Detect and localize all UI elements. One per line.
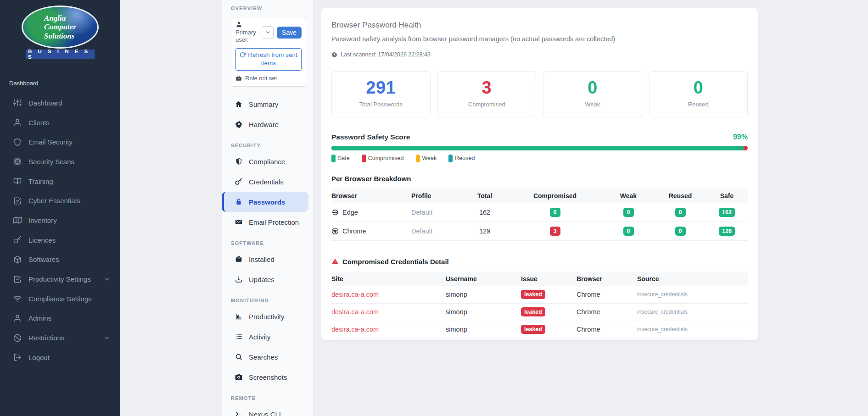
subnav-item-installed[interactable]: Installed xyxy=(222,249,313,269)
sidebar-item-admins[interactable]: Admins xyxy=(0,309,120,328)
sidebar-item-label: Admins xyxy=(28,314,51,322)
user-icon xyxy=(13,314,22,322)
safety-score-header: Password Safety Score 99% xyxy=(331,133,748,141)
browser-password-health-card: Browser Password Health Password safety … xyxy=(321,8,758,340)
subnav-item-nexus-cli[interactable]: Nexus CLI xyxy=(222,404,313,416)
map-icon xyxy=(13,216,22,224)
username-cell: simonp xyxy=(446,305,521,320)
column-header-username: Username xyxy=(446,272,521,286)
column-header-weak: Weak xyxy=(602,189,655,203)
subnav-item-compliance[interactable]: Compliance xyxy=(222,151,313,172)
subnav-item-label: Passwords xyxy=(249,198,285,206)
primary-user-widget: Primary user: Save Refresh from sent ite… xyxy=(231,17,306,87)
browser-name: Chrome xyxy=(342,227,366,235)
subnav-item-label: Installed xyxy=(249,255,274,263)
reused-cell: 0 xyxy=(655,203,706,222)
source-cell: insecure_credentials xyxy=(637,305,748,319)
subnav-item-updates[interactable]: Updates xyxy=(222,269,313,289)
book-icon xyxy=(13,177,22,185)
sidebar-item-training[interactable]: Training xyxy=(0,172,120,191)
lock-icon xyxy=(235,198,242,205)
sidebar-item-productivity-settings[interactable]: Productivity Settings xyxy=(0,269,120,289)
chrome-icon xyxy=(331,227,339,235)
stat-value: 3 xyxy=(438,78,536,98)
password-safety-score-section: Password Safety Score 99% SafeCompromise… xyxy=(331,133,748,162)
sidebar-item-label: Logout xyxy=(28,354,50,361)
subnav-item-label: Hardware xyxy=(249,121,279,128)
sidebar-item-logout[interactable]: Logout xyxy=(0,348,120,367)
sidebar-item-label: Cyber Essentials xyxy=(28,197,80,205)
site-link[interactable]: desira.ca-a.com xyxy=(331,326,379,333)
sidebar-item-cyber-essentials[interactable]: Cyber Essentials xyxy=(0,191,120,211)
primary-user-select[interactable] xyxy=(262,26,274,39)
sidebar-item-restrictions[interactable]: Restrictions xyxy=(0,328,120,348)
role-status: Role not set xyxy=(235,75,302,82)
subnav-item-email-protection[interactable]: Email Protection xyxy=(222,212,313,232)
stat-value: 291 xyxy=(332,78,430,98)
sidebar-item-compliance-settings[interactable]: Compliance Settings xyxy=(0,289,120,309)
chevron-down-icon xyxy=(265,29,271,35)
subnav-item-hardware[interactable]: Hardware xyxy=(222,114,313,134)
subnav-item-productivity[interactable]: Productivity xyxy=(222,306,313,327)
refresh-from-sent-items-button[interactable]: Refresh from sent items xyxy=(235,48,302,71)
save-button[interactable]: Save xyxy=(277,27,302,39)
column-header-total: Total xyxy=(462,189,508,203)
browser-cell: Edge xyxy=(331,204,411,221)
subnav-item-activity[interactable]: Activity xyxy=(222,327,313,347)
subnav-item-label: Compliance xyxy=(249,158,285,166)
subnav-group-heading: SOFTWARE xyxy=(231,240,313,246)
safe-cell: 162 xyxy=(706,203,748,222)
sidebar-section-label: Dashboard xyxy=(9,80,120,87)
subnav-item-summary[interactable]: Summary xyxy=(222,94,313,114)
last-scanned-label: Last scanned: 17/04/2026 22:28:43 xyxy=(341,51,431,58)
site-cell: desira.ca-a.com xyxy=(331,305,446,320)
column-header-profile: Profile xyxy=(411,189,462,203)
stats-row: 291Total Passwords3Compromised0Weak0Reus… xyxy=(331,71,748,117)
issue-cell: leaked xyxy=(521,321,577,338)
sidebar-item-label: Email Security xyxy=(28,138,73,146)
role-status-label: Role not set xyxy=(245,75,277,82)
overview-section-label: OVERVIEW xyxy=(231,6,313,11)
source-cell: insecure_credentials xyxy=(637,288,748,302)
sidebar-item-security-scans[interactable]: Security Scans xyxy=(0,152,120,172)
sidebar-item-softwares[interactable]: Softwares xyxy=(0,250,120,270)
safety-score-progress-fill xyxy=(331,146,744,150)
site-link[interactable]: desira.ca-a.com xyxy=(331,291,379,298)
column-header-safe: Safe xyxy=(706,189,748,203)
sidebar-item-clients[interactable]: Clients xyxy=(0,113,120,133)
sidebar-item-label: Clients xyxy=(28,119,50,127)
subnav-item-screenshots[interactable]: Screenshots xyxy=(222,367,313,387)
site-link[interactable]: desira.ca-a.com xyxy=(331,308,379,316)
subnav-group-heading: SECURITY xyxy=(231,143,313,148)
subnav-item-passwords[interactable]: Passwords xyxy=(222,192,308,212)
terminal-icon xyxy=(235,410,242,416)
subnav-item-label: Email Protection xyxy=(249,218,299,226)
compromised-credentials-heading: Compromised Credentials Detail xyxy=(342,258,449,266)
username-cell: simonp xyxy=(446,322,521,337)
count-badge: 0 xyxy=(675,227,686,236)
bar-chart-icon xyxy=(235,313,242,320)
browser-cell: Chrome xyxy=(331,223,411,239)
logout-icon xyxy=(13,353,22,361)
weak-cell: 0 xyxy=(602,203,655,222)
column-header-compromised: Compromised xyxy=(508,189,602,203)
source-cell: insecure_credentials xyxy=(637,322,748,337)
subnav-item-label: Searches xyxy=(249,353,278,361)
legend-label: Weak xyxy=(422,155,437,161)
stat-label: Reused xyxy=(650,101,748,108)
sidebar-item-email-security[interactable]: Email Security xyxy=(0,132,120,152)
column-header-issue: Issue xyxy=(521,272,577,286)
safety-score-label: Password Safety Score xyxy=(331,133,410,141)
cpu-icon xyxy=(235,121,242,128)
subnav-item-searches[interactable]: Searches xyxy=(222,347,313,367)
sidebar-item-dashboard[interactable]: Dashboard xyxy=(0,93,120,113)
shield-half-icon xyxy=(235,158,242,165)
sliders-icon xyxy=(13,99,22,107)
subnav-item-credentials[interactable]: Credentials xyxy=(222,172,313,192)
legend-item-compromised: Compromised xyxy=(362,155,404,162)
secondary-sidebar-menu: SummaryHardwareSECURITYComplianceCredent… xyxy=(222,94,313,416)
sidebar-item-licences[interactable]: Licences xyxy=(0,230,120,250)
count-badge: 0 xyxy=(550,208,560,217)
sidebar-item-inventory[interactable]: Inventory xyxy=(0,211,120,230)
legend-item-reused: Reused xyxy=(448,155,475,162)
